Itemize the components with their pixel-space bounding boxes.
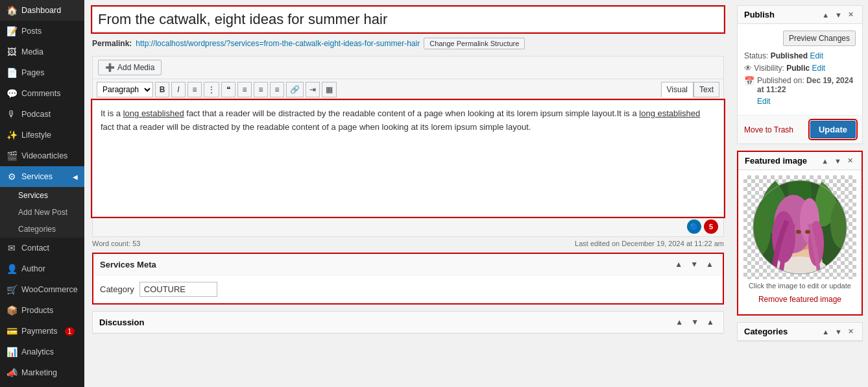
published-on-edit-link[interactable]: Edit — [757, 97, 771, 106]
category-input[interactable] — [139, 282, 217, 297]
sidebar-item-dashboard[interactable]: 🏠 Dashboard — [0, 0, 84, 21]
visibility-edit-link[interactable]: Edit — [812, 64, 826, 73]
editor-content[interactable]: It is a long established fact that a rea… — [92, 100, 724, 217]
pages-icon: 📄 — [6, 68, 17, 78]
featured-close[interactable]: ✕ — [845, 156, 855, 166]
featured-image-container[interactable]: Click the image to edit or update Remove… — [738, 170, 862, 314]
discussion-collapse-down[interactable]: ▼ — [688, 317, 701, 327]
post-title-input[interactable] — [92, 6, 724, 32]
sidebar-item-services[interactable]: ⚙ Services ◀ — [0, 166, 84, 187]
products-icon: 📦 — [6, 305, 17, 316]
categories-box: Categories ▲ ▼ ✕ — [737, 322, 863, 342]
services-meta-box: Services Meta ▲ ▼ ▲ Category — [92, 253, 724, 305]
sidebar-item-marketing[interactable]: 📣 Marketing — [0, 362, 84, 383]
sidebar-label-analytics: Analytics — [21, 347, 54, 356]
subitem-label-services: Services — [18, 191, 48, 200]
permalink-url[interactable]: http://localhost/wordpress/?services=fro… — [136, 39, 420, 48]
woocommerce-icon: 🛒 — [6, 284, 17, 295]
blockquote-button[interactable]: ❝ — [221, 82, 235, 97]
move-to-trash-link[interactable]: Move to Trash — [744, 125, 793, 134]
content-area: Permalink: http://localhost/wordpress/?s… — [84, 0, 732, 387]
remove-featured-link[interactable]: Remove featured image — [743, 292, 856, 309]
sidebar-item-analytics[interactable]: 📊 Analytics — [0, 342, 84, 362]
sidebar-item-author[interactable]: 👤 Author — [0, 258, 84, 279]
tab-text[interactable]: Text — [693, 82, 719, 97]
publish-footer: Move to Trash Update — [738, 115, 862, 144]
long-established-link-2[interactable]: long established — [639, 108, 700, 118]
comments-icon: 💬 — [6, 88, 17, 99]
unordered-list-button[interactable]: ≡ — [187, 82, 202, 97]
add-media-button[interactable]: ➕ Add Media — [98, 60, 162, 75]
sidebar-subitem-services[interactable]: Services — [0, 187, 84, 204]
sidebar-item-products[interactable]: 📦 Products — [0, 300, 84, 321]
align-right-button[interactable]: ≡ — [270, 82, 284, 97]
podcast-icon: 🎙 — [6, 109, 17, 119]
sidebar-subitem-add-new[interactable]: Add New Post — [0, 204, 84, 221]
services-submenu: Services Add New Post Categories — [0, 187, 84, 238]
sidebar-subitem-categories[interactable]: Categories — [0, 221, 84, 238]
status-edit-link[interactable]: Edit — [810, 51, 823, 60]
svg-point-15 — [805, 230, 810, 234]
update-button[interactable]: Update — [810, 121, 856, 138]
meta-collapse-down[interactable]: ▼ — [688, 259, 701, 269]
featured-collapse-down[interactable]: ▼ — [832, 156, 843, 166]
last-edited: Last edited on December 19, 2024 at 11:2… — [575, 240, 724, 247]
featured-collapse-up[interactable]: ▲ — [819, 156, 830, 166]
sidebar-item-podcast[interactable]: 🎙 Podcast — [0, 104, 84, 125]
sidebar-item-woocommerce[interactable]: 🛒 WooCommerce — [0, 279, 84, 300]
grid-button[interactable]: ▦ — [322, 82, 337, 97]
align-left-button[interactable]: ≡ — [237, 82, 252, 97]
permalink-label: Permalink: — [92, 39, 132, 48]
media-toolbar: ➕ Add Media — [92, 56, 724, 79]
subitem-label-addnew: Add New Post — [18, 208, 67, 217]
tab-visual[interactable]: Visual — [661, 82, 693, 97]
categories-collapse-up[interactable]: ▲ — [820, 327, 831, 336]
sidebar-item-posts[interactable]: 📝 Posts — [0, 21, 84, 42]
sidebar-label-videoarticles: Videoarticles — [21, 151, 67, 160]
featured-image-header: Featured image ▲ ▼ ✕ — [738, 152, 862, 170]
meta-box-title: Services Meta — [100, 260, 156, 269]
editor-teal-icon[interactable]: 🔵 — [687, 219, 701, 234]
add-media-label: Add Media — [117, 63, 154, 72]
editor-red-badge[interactable]: 5 — [704, 219, 718, 234]
sidebar-label-comments: Comments — [21, 89, 60, 98]
discussion-collapse-up[interactable]: ▲ — [673, 317, 686, 327]
sidebar-item-comments[interactable]: 💬 Comments — [0, 83, 84, 104]
sidebar-item-payments[interactable]: 💳 Payments 1 — [0, 321, 84, 342]
sidebar-item-contact[interactable]: ✉ Contact — [0, 238, 84, 258]
sidebar-item-lifestyle[interactable]: ✨ Lifestyle — [0, 125, 84, 145]
meta-close[interactable]: ▲ — [703, 259, 716, 269]
categories-close[interactable]: ✕ — [846, 327, 856, 336]
publish-header-controls: ▲ ▼ ✕ — [820, 10, 856, 19]
preview-changes-button[interactable]: Preview Changes — [783, 31, 856, 46]
published-on-row: 📅 Published on: Dec 19, 2024 at 11:22 — [744, 76, 856, 94]
sidebar-item-pages[interactable]: 📄 Pages — [0, 62, 84, 83]
bold-button[interactable]: B — [155, 82, 169, 97]
change-permalink-button[interactable]: Change Permalink Structure — [424, 38, 525, 49]
format-select[interactable]: Paragraph — [97, 82, 153, 97]
sidebar-label-lifestyle: Lifestyle — [21, 131, 51, 140]
align-center-button[interactable]: ≡ — [254, 82, 268, 97]
meta-collapse-up[interactable]: ▲ — [672, 259, 685, 269]
sidebar-item-appearance[interactable]: 🎨 Appearance — [0, 383, 84, 387]
publish-box: Publish ▲ ▼ ✕ Preview Changes Status: Pu… — [737, 5, 863, 144]
discussion-close[interactable]: ▲ — [704, 317, 717, 327]
word-count-bar: Word count: 53 Last edited on December 1… — [92, 237, 724, 253]
category-label: Category — [100, 284, 134, 294]
sidebar-item-media[interactable]: 🖼 Media — [0, 42, 84, 62]
sidebar-label-marketing: Marketing — [21, 368, 57, 377]
discussion-controls: ▲ ▼ ▲ — [673, 317, 717, 327]
publish-collapse-down[interactable]: ▼ — [833, 10, 844, 19]
italic-button[interactable]: I — [171, 82, 186, 97]
contact-icon: ✉ — [6, 243, 17, 253]
sidebar-item-videoarticles[interactable]: 🎬 Videoarticles — [0, 145, 84, 166]
indent-button[interactable]: ⇥ — [306, 82, 320, 97]
featured-image-area[interactable] — [743, 175, 856, 279]
meta-box-controls: ▲ ▼ ▲ — [672, 259, 716, 269]
publish-close[interactable]: ✕ — [846, 10, 856, 19]
link-button[interactable]: 🔗 — [286, 82, 304, 97]
publish-collapse-up[interactable]: ▲ — [820, 10, 831, 19]
categories-collapse-down[interactable]: ▼ — [833, 327, 844, 336]
ordered-list-button[interactable]: ⋮ — [204, 82, 219, 97]
long-established-link-1[interactable]: long established — [123, 108, 184, 118]
